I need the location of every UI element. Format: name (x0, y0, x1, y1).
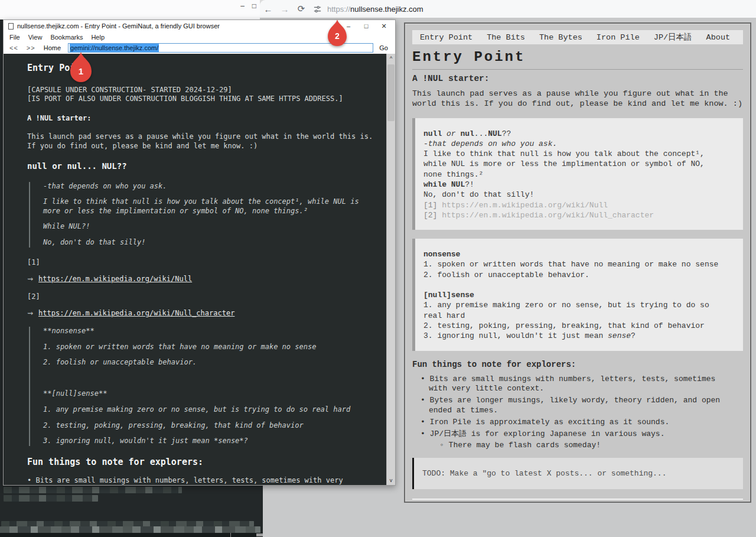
quote-line: **nonsense** (43, 327, 371, 336)
forward-icon[interactable]: → (276, 4, 293, 14)
geminaut-window: nullsense.thejikz.com - Entry Point - Ge… (3, 19, 396, 486)
window-title: nullsense.thejikz.com - Entry Point - Ge… (17, 22, 340, 30)
maximize-button[interactable]: □ (357, 22, 375, 30)
list-item: JP/日本語 is for exploring Japanese in vari… (421, 429, 734, 440)
text-segment: [2] (423, 211, 442, 220)
webpage-frame: Entry PointThe BitsThe BytesIron PileJP/… (404, 22, 751, 503)
nav-link[interactable]: About (706, 33, 731, 42)
desktop: ← → ⟳ https://nullsense.thejikz.com Entr… (0, 0, 756, 537)
site-info-icon[interactable] (309, 5, 325, 14)
card-line: 1. spoken or written words that have no … (423, 259, 735, 269)
quote-line: While NUL?! (43, 222, 371, 232)
gemini-page-text: Entry Point [CAPSULE UNDER CONSTRUCTION-… (4, 54, 386, 485)
text-segment: nul (460, 129, 474, 138)
scrollbar-thumb[interactable] (256, 533, 263, 536)
close-button[interactable]: ✕ (375, 22, 393, 30)
list-item: Bits are small musings with numbers, let… (27, 476, 370, 485)
minimize-icon[interactable]: – (240, 2, 245, 10)
nonsense-definition-card: nonsense1. spoken or written words that … (412, 239, 743, 351)
menu-item[interactable]: File (5, 34, 24, 41)
quote-line: I like to think that null is how you tal… (43, 197, 371, 216)
link-arrow-icon: ⇝ (27, 309, 33, 317)
text-segment: while NUL is more or less the implimenta… (423, 160, 705, 168)
text-segment: https://en.m.wikipedia.org/wiki/Null (442, 201, 608, 210)
quote-line: 2. foolish or unacceptable behavior. (43, 358, 371, 367)
text-segment: 1. spoken or written words that have no … (423, 260, 718, 269)
quote-block: -that depends on who you ask.I like to t… (29, 182, 374, 248)
todo-note: TODO: Make a "go to latest X posts... or… (412, 458, 743, 489)
text-segment: 1. any premise making zero or no sense, … (423, 301, 709, 310)
link-arrow-icon: ⇝ (27, 275, 33, 283)
menu-item[interactable]: Help (87, 34, 109, 41)
url-scheme: https:// (327, 5, 350, 14)
scroll-down-icon[interactable]: v (387, 476, 395, 485)
quote-line: No, don't do that silly! (43, 238, 371, 248)
starter-heading: A !NUL starter: (412, 74, 743, 83)
text-segment: ? (631, 331, 636, 340)
text-segment: No, don't do that silly! (423, 190, 534, 199)
address-selected-text: gemini://nullsense.thejikz.com/ (70, 44, 159, 52)
card-line: [null]sense (423, 290, 735, 300)
intro-paragraph: This launch pad serves as a pause while … (27, 132, 374, 151)
address-bar[interactable]: https://nullsense.thejikz.com (327, 5, 423, 14)
terminal-status-bar (0, 533, 263, 537)
card-line: -that depends on who you ask. (423, 139, 735, 149)
footer-divider (412, 499, 743, 500)
reload-icon[interactable]: ⟳ (293, 4, 309, 14)
footnote-label: [1] (27, 258, 374, 268)
quote-line: 1. spoken or written words that have no … (43, 343, 371, 352)
quote-block: **nonsense**1. spoken or written words t… (29, 327, 374, 446)
go-button[interactable]: Go (379, 44, 388, 51)
document-icon (8, 23, 14, 30)
card-line: while NUL?! (423, 180, 735, 190)
text-segment: I like to think that null is how you tal… (423, 149, 705, 158)
text-segment: ?! (465, 180, 474, 189)
menu-item[interactable]: Bookmarks (46, 34, 87, 41)
maximize-icon[interactable]: □ (252, 2, 256, 10)
wikipedia-null-link[interactable]: https://en.m.wikipedia.org/wiki/Null (38, 275, 192, 283)
card-line: No, don't do that silly! (423, 190, 735, 200)
text-segment: sense (608, 331, 631, 340)
link-row: ⇝https://en.m.wikipedia.org/wiki/Null (27, 275, 374, 284)
quote-line: 1. any premise making zero or no sense, … (43, 405, 371, 415)
marker-number: 1 (70, 66, 92, 76)
fun-things-heading: Fun things to note for explorers: (412, 360, 743, 369)
nav-link[interactable]: The Bytes (539, 33, 582, 42)
text-segment: NUL (488, 129, 501, 138)
scrollbar-thumb[interactable] (387, 64, 395, 121)
text-segment: ... (474, 129, 488, 138)
fun-things-list: Bits are small musings with numbers, let… (412, 375, 734, 440)
quote-line: -that depends on who you ask. (43, 182, 371, 191)
construction-banner: [CAPSULE UNDER CONSTRUCTION- STARTED 202… (27, 86, 374, 104)
nav-link[interactable]: Iron Pile (597, 33, 640, 42)
text-segment: none things.² (423, 170, 483, 179)
geminaut-content: Entry Point [CAPSULE UNDER CONSTRUCTION-… (4, 54, 395, 485)
forward-button[interactable]: >> (27, 44, 35, 51)
redacted-text-row (4, 487, 182, 493)
nav-link[interactable]: Entry Point (420, 33, 472, 42)
card-line: nonsense (423, 249, 735, 259)
menu-item[interactable]: View (24, 34, 47, 41)
tune-icon (313, 5, 322, 14)
wikipedia-null-character-link[interactable]: https://en.m.wikipedia.org/wiki/Null_cha… (38, 309, 234, 317)
quote-line (43, 374, 371, 383)
card-line: 2. foolish or unacceptable behavior. (423, 270, 735, 280)
annotation-marker-1: 1 (70, 52, 92, 83)
list-item: Bytes are longer musings, likely wordy, … (421, 396, 734, 416)
scroll-up-icon[interactable]: ^ (387, 54, 395, 63)
card-line: I like to think that null is how you tal… (423, 149, 735, 159)
vertical-scrollbar[interactable]: ^ v (386, 54, 395, 485)
nav-link[interactable]: The Bits (487, 33, 525, 42)
card-line: while NUL is more or less the implimenta… (423, 159, 735, 169)
marker-number: 2 (328, 31, 347, 41)
quote-line: 2. testing, poking, pressing, breaking, … (43, 421, 371, 431)
scrollbar-tick (230, 533, 231, 537)
home-button[interactable]: Home (44, 44, 61, 51)
chrome-toolbar: ← → ⟳ https://nullsense.thejikz.com (260, 0, 756, 18)
back-button[interactable]: << (9, 44, 18, 51)
nav-link[interactable]: JP/日本語 (654, 32, 692, 43)
card-line: null or nul...NUL?? (423, 129, 735, 139)
card-line: 1. any premise making zero or no sense, … (423, 300, 735, 310)
null-definition-card: null or nul...NUL??-that depends on who … (412, 118, 743, 230)
back-icon[interactable]: ← (260, 4, 276, 14)
